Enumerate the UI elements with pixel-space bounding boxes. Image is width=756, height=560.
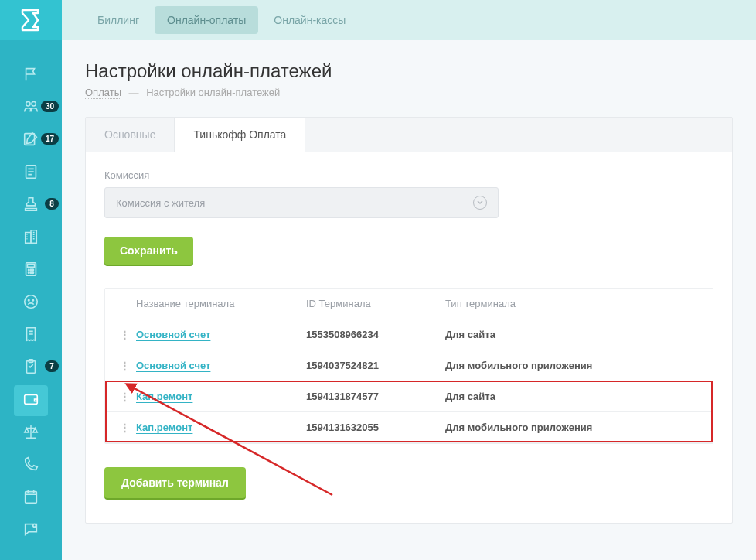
badge: 7 [45,360,59,372]
drag-handle-icon[interactable]: ⋮ [113,329,136,340]
svg-point-12 [30,272,31,273]
terminal-id: 1594037524821 [306,360,445,371]
receipt-icon [22,326,39,346]
topnav-billing[interactable]: Биллинг [85,6,152,34]
terminal-id: 1594131632055 [306,422,445,433]
terminal-type: Для мобильного приложения [445,360,705,371]
panel-body: Комиссия Комиссия с жителя Сохранить Наз… [86,152,732,523]
wallet-icon [22,391,39,411]
breadcrumb: Оплаты — Настройки онлайн-платежей [85,87,733,98]
sidebar-item-calc[interactable] [14,255,48,286]
sidebar-item-stamp[interactable]: 8 [14,190,48,221]
sidebar: 30 17 8 7 [0,0,62,560]
sidebar-item-clipboard[interactable]: 7 [14,353,48,384]
content: Настройки онлайн-платежей Оплаты — Настр… [62,40,756,560]
chevron-down-icon [473,196,487,210]
terminal-id: 1594131874577 [306,391,445,402]
stamp-icon [22,196,39,216]
svg-point-0 [26,102,31,107]
sidebar-item-building[interactable] [14,223,48,254]
svg-point-14 [25,295,38,309]
commission-label: Комиссия [104,169,713,181]
svg-rect-4 [26,233,31,244]
main: Биллинг Онлайн-оплаты Онлайн-кассы Настр… [62,0,756,560]
sad-face-icon [22,293,39,313]
table-row: ⋮ Основной счет 1553508966234 Для сайта [105,319,713,350]
terminal-type: Для сайта [445,329,705,340]
sidebar-item-users[interactable]: 30 [14,93,48,124]
sidebar-item-doc[interactable] [14,158,48,189]
scale-icon [22,423,39,443]
terminals-table: Название терминала ID Терминала Тип терм… [104,288,713,444]
document-icon [22,163,39,183]
calculator-icon [22,261,39,281]
th-id: ID Терминала [306,298,445,309]
breadcrumb-current: Настройки онлайн-платежей [146,87,280,98]
users-icon [22,98,40,118]
table-row: ⋮ Кап.ремонт 1594131632055 Для мобильног… [105,412,713,443]
edit-icon [22,131,39,151]
terminal-id: 1553508966234 [306,329,445,340]
table-header: Название терминала ID Терминала Тип терм… [105,289,713,319]
terminal-link[interactable]: Кап.ремонт [136,391,192,402]
th-name: Название терминала [136,298,306,309]
topnav-online-payments[interactable]: Онлайн-оплаты [155,6,258,34]
sidebar-item-calendar[interactable] [14,483,48,514]
tab-tinkoff[interactable]: Тинькофф Оплата [175,118,305,152]
terminal-type: Для мобильного приложения [445,422,705,433]
add-section: Добавить терминал [104,467,713,498]
breadcrumb-link[interactable]: Оплаты [85,87,121,99]
svg-point-16 [32,299,33,300]
sidebar-item-phone[interactable] [14,450,48,481]
table-row: ⋮ Основной счет 1594037524821 Для мобиль… [105,350,713,381]
svg-point-8 [29,269,29,270]
svg-rect-7 [27,265,34,268]
svg-point-13 [32,272,33,273]
svg-point-11 [29,272,29,273]
clipboard-icon [22,358,39,378]
terminal-link[interactable]: Кап.ремонт [136,422,192,433]
svg-point-10 [32,269,33,270]
svg-point-1 [32,102,36,107]
svg-point-9 [30,269,31,270]
tab-main[interactable]: Основные [86,118,175,152]
page-title: Настройки онлайн-платежей [85,60,733,82]
drag-handle-icon[interactable]: ⋮ [113,360,136,371]
terminal-link[interactable]: Основной счет [136,360,210,371]
badge: 30 [41,101,59,112]
drag-handle-icon[interactable]: ⋮ [113,391,136,402]
sidebar-item-receipt[interactable] [14,320,48,351]
drag-handle-icon[interactable]: ⋮ [113,422,136,433]
sidebar-item-chat[interactable] [14,515,48,546]
tabs: Основные Тинькофф Оплата [86,118,732,152]
top-nav: Биллинг Онлайн-оплаты Онлайн-кассы [62,0,756,40]
add-terminal-button[interactable]: Добавить терминал [104,467,246,498]
logo[interactable] [0,0,62,40]
svg-rect-20 [26,492,37,504]
breadcrumb-sep: — [129,87,139,98]
badge: 17 [41,133,59,145]
chat-icon [22,521,39,541]
flag-icon [22,66,39,86]
topnav-online-cash[interactable]: Онлайн-кассы [261,6,358,34]
calendar-icon [22,488,39,508]
save-button[interactable]: Сохранить [104,237,193,265]
settings-panel: Основные Тинькофф Оплата Комиссия Комисс… [85,117,733,524]
badge: 8 [45,198,59,210]
commission-select[interactable]: Комиссия с жителя [104,187,499,218]
th-type: Тип терминала [445,298,705,309]
terminal-type: Для сайта [445,391,705,402]
commission-value: Комиссия с жителя [116,197,205,209]
sidebar-item-face[interactable] [14,288,48,319]
building-icon [22,228,39,248]
sidebar-item-scale[interactable] [14,418,48,449]
sidebar-item-wallet[interactable] [14,385,48,416]
sidebar-item-edit[interactable]: 17 [14,125,48,156]
table-row: ⋮ Кап.ремонт 1594131874577 Для сайта [105,381,713,412]
terminal-link[interactable]: Основной счет [136,329,210,340]
sidebar-item-flag[interactable] [14,60,48,91]
phone-icon [22,456,39,476]
svg-point-15 [29,299,29,300]
